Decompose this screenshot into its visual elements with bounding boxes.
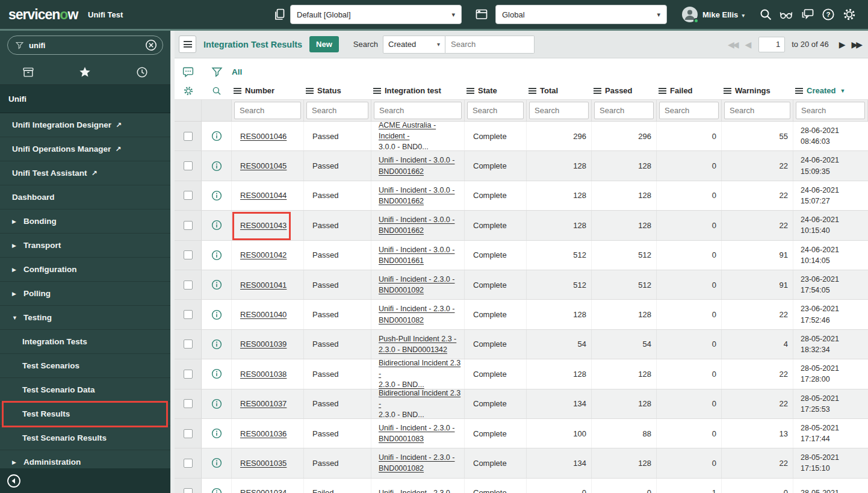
column-header-passed[interactable]: Passed (592, 86, 657, 95)
history-tab[interactable] (114, 66, 170, 79)
breadcrumb-all[interactable]: All (232, 67, 868, 76)
sidebar-item-transport[interactable]: ▶ Transport (0, 234, 170, 258)
column-search-input-total[interactable] (529, 102, 589, 119)
row-checkbox[interactable] (184, 399, 193, 408)
column-search-input-passed[interactable] (594, 102, 654, 119)
sidebar-item-integration-tests[interactable]: Integration Tests (0, 330, 170, 354)
user-menu[interactable]: Mike Ellis▾ (702, 10, 745, 19)
number-link[interactable]: RES0001042 (240, 250, 287, 259)
list-chat-icon[interactable] (175, 66, 202, 78)
row-checkbox[interactable] (184, 132, 193, 141)
search-field-select[interactable]: Created ▾ (383, 36, 445, 54)
update-set-picker[interactable]: Global ▾ (495, 5, 667, 24)
list-search-icon[interactable] (202, 85, 232, 96)
column-header-state[interactable]: State (465, 86, 527, 95)
column-header-status[interactable]: Status (304, 86, 371, 95)
next-page-button[interactable]: ▶ (838, 40, 845, 49)
column-header-failed[interactable]: Failed (657, 86, 722, 95)
previous-page-button[interactable]: ◀ (743, 40, 751, 49)
number-link[interactable]: RES0001034 (240, 488, 287, 493)
number-link[interactable]: RES0001045 (240, 161, 287, 170)
list-title[interactable]: Integration Test Results (203, 40, 302, 49)
first-page-button[interactable]: ◀◀ (727, 40, 739, 49)
integration-test-link[interactable]: Push-Pull Incident 2.3 -2.3.0 - BND00013… (379, 333, 456, 355)
connect-sidebar-icon[interactable] (272, 7, 287, 22)
list-search-input[interactable] (445, 36, 535, 54)
row-checkbox[interactable] (184, 281, 193, 290)
info-icon[interactable] (211, 339, 222, 350)
column-search-input-status[interactable] (306, 102, 368, 119)
row-checkbox[interactable] (184, 191, 193, 200)
sidebar-item-unifi-operations-manager[interactable]: Unifi Operations Manager ↗ (0, 137, 170, 161)
sidebar-item-unifi-test-assistant[interactable]: Unifi Test Assistant ↗ (0, 161, 170, 185)
integration-test-link[interactable]: ACME Australia - Incident -3.0.0 - BND0.… (379, 122, 464, 150)
update-set-picker-icon[interactable] (474, 7, 489, 22)
row-checkbox[interactable] (184, 310, 193, 319)
favorites-tab[interactable] (57, 66, 113, 79)
number-link[interactable]: RES0001040 (240, 310, 287, 319)
number-link[interactable]: RES0001043 (240, 221, 287, 230)
number-link[interactable]: RES0001046 (240, 132, 287, 141)
integration-test-link[interactable]: Unifi - Incident - 3.0.0 -BND0001662 (379, 185, 454, 206)
column-header-total[interactable]: Total (527, 86, 592, 95)
column-search-input-warnings[interactable] (724, 102, 790, 119)
number-link[interactable]: RES0001041 (240, 281, 287, 290)
column-search-input-created[interactable] (796, 102, 865, 119)
help-icon[interactable]: ? (821, 7, 835, 22)
row-checkbox[interactable] (184, 429, 193, 438)
row-checkbox[interactable] (184, 370, 193, 379)
new-button[interactable]: New (309, 36, 339, 52)
row-checkbox[interactable] (184, 161, 193, 170)
global-search-icon[interactable] (758, 7, 773, 22)
info-icon[interactable] (211, 488, 222, 493)
application-picker[interactable]: Default [Global] ▾ (290, 5, 462, 24)
integration-test-link[interactable]: Bidirectional Incident 2.3 -2.3.0 - BND.… (379, 389, 464, 418)
info-icon[interactable] (211, 161, 222, 172)
integration-test-link[interactable]: Unifi - Incident - 3.0.0 -BND0001662 (379, 155, 454, 176)
column-search-input-integration-test[interactable] (374, 102, 462, 119)
navigator-filter-input[interactable] (29, 41, 144, 50)
integration-test-link[interactable]: Unifi - Incident - 2.3.0 -BND0001083 (379, 423, 454, 444)
sidebar-item-unifi-integration-designer[interactable]: Unifi Integration Designer ↗ (0, 113, 170, 137)
info-icon[interactable] (211, 309, 222, 320)
sidebar-item-test-scenario-data[interactable]: Test Scenario Data (0, 378, 170, 402)
info-icon[interactable] (211, 457, 222, 468)
column-search-input-failed[interactable] (659, 102, 719, 119)
conversations-icon[interactable] (801, 7, 815, 22)
column-header-number[interactable]: Number (232, 86, 304, 95)
info-icon[interactable] (211, 190, 222, 201)
integration-test-link[interactable]: Unifi - Incident - 3.0.0 -BND0001662 (379, 214, 454, 236)
avatar[interactable] (682, 7, 698, 22)
integration-test-link[interactable]: Unifi - Incident - 2.3.0 -BND0001082 (379, 452, 454, 474)
row-checkbox[interactable] (184, 221, 193, 230)
number-link[interactable]: RES0001038 (240, 370, 287, 379)
row-checkbox[interactable] (184, 340, 193, 349)
sidebar-item-configuration[interactable]: ▶ Configuration (0, 258, 170, 282)
info-icon[interactable] (211, 250, 222, 261)
info-icon[interactable] (211, 131, 222, 141)
info-icon[interactable] (211, 279, 222, 290)
list-context-menu-button[interactable] (179, 36, 196, 53)
column-search-input-state[interactable] (467, 102, 524, 119)
column-header-warnings[interactable]: Warnings (722, 86, 793, 95)
integration-test-link[interactable]: Unifi - Incident - 2.3.0 -BND0001092 (379, 274, 454, 296)
info-icon[interactable] (211, 398, 222, 409)
number-link[interactable]: RES0001039 (240, 340, 287, 349)
column-header-integration-test[interactable]: Integration test (371, 86, 465, 95)
info-icon[interactable] (211, 428, 222, 439)
info-icon[interactable] (211, 220, 222, 231)
sidebar-item-bonding[interactable]: ▶ Bonding (0, 209, 170, 234)
impersonate-glasses-icon[interactable] (779, 7, 793, 22)
filter-funnel-icon[interactable] (202, 66, 232, 78)
page-number-input[interactable] (758, 37, 785, 52)
row-checkbox[interactable] (184, 459, 193, 468)
number-link[interactable]: RES0001035 (240, 459, 287, 468)
sidebar-item-polling[interactable]: ▶ Polling (0, 282, 170, 306)
column-search-input-number[interactable] (234, 102, 301, 119)
sidebar-item-testing[interactable]: ▼ Testing (0, 306, 170, 330)
number-link[interactable]: RES0001044 (240, 191, 287, 200)
integration-test-link[interactable]: Bidirectional Incident 2.3 -2.3.0 - BND.… (379, 359, 464, 388)
sidebar-item-test-results[interactable]: Test Results (0, 402, 170, 426)
row-checkbox[interactable] (184, 488, 193, 493)
personalize-list-gear-icon[interactable] (175, 85, 202, 96)
